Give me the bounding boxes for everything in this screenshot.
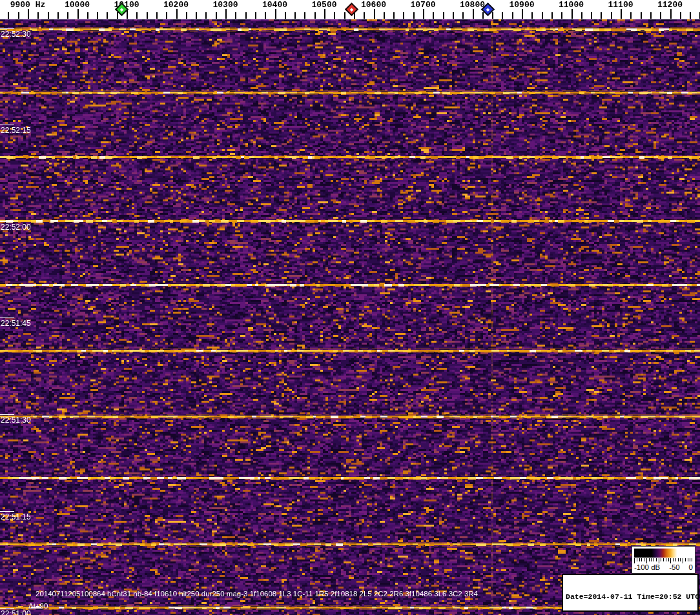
time-label: 22:51:30 <box>1 416 31 425</box>
time-label: 22:51:15 <box>1 512 31 521</box>
time-tick <box>0 221 14 222</box>
freq-tick-label: 10700 <box>410 0 435 10</box>
time-label: 22:52:15 <box>1 126 31 135</box>
colorbar-label-max: 0 <box>689 563 693 571</box>
detection-annotation: 20140711205100864 hCnt31 nb-84 f10610 hi… <box>36 590 478 598</box>
info-date-time: Date=2014-07-11 Time=20:52 UTC <box>566 592 695 601</box>
freq-tick-label: 10300 <box>212 0 238 10</box>
observation-info-box: Date=2014-07-11 Time=20:52 UTC Freq=143 … <box>562 574 699 612</box>
colorbar-label-mid: -50 <box>669 563 680 571</box>
freq-tick-label: 11000 <box>559 0 584 10</box>
time-tick <box>0 608 14 609</box>
time-label: 22:51:45 <box>1 319 31 328</box>
freq-tick-label: 10400 <box>262 0 287 10</box>
freq-tick-label: 10000 <box>65 0 90 10</box>
time-label: 22:52:30 <box>1 30 31 39</box>
time-tick <box>0 414 14 415</box>
time-label: 22:52:00 <box>1 223 31 232</box>
time-tick <box>0 125 14 125</box>
spectrogram-app-window: 9900 Hz100001010010200103001040010500106… <box>0 0 700 615</box>
colorbar-gradient <box>634 549 692 558</box>
freq-tick-label: 10500 <box>311 0 336 10</box>
db-colorbar: -100 dB -50 0 <box>632 546 695 574</box>
colorbar-label-min: -100 dB <box>634 563 660 571</box>
freq-tick-label: 11100 <box>608 0 633 10</box>
spectrogram-display[interactable] <box>0 19 700 615</box>
time-label: 22:51:00 <box>1 609 31 615</box>
freq-tick-label: 10600 <box>361 0 386 10</box>
freq-tick-label: 11200 <box>657 0 683 10</box>
time-tick <box>0 511 14 512</box>
time-tick <box>0 318 14 318</box>
freq-tick-label: 9900 Hz <box>10 0 46 10</box>
delta-t-label: Δt+90 <box>28 602 48 610</box>
freq-tick-label: 10200 <box>163 0 189 10</box>
colorbar-labels: -100 dB -50 0 <box>634 563 693 571</box>
marker-center-dot <box>350 8 354 12</box>
time-tick <box>0 28 14 29</box>
marker-center-dot <box>486 8 490 12</box>
freq-tick-label: 10900 <box>509 0 534 10</box>
marker-center-dot <box>120 8 124 12</box>
frequency-ruler[interactable]: 9900 Hz100001010010200103001040010500106… <box>0 0 700 19</box>
colorbar-ticks <box>634 558 692 563</box>
